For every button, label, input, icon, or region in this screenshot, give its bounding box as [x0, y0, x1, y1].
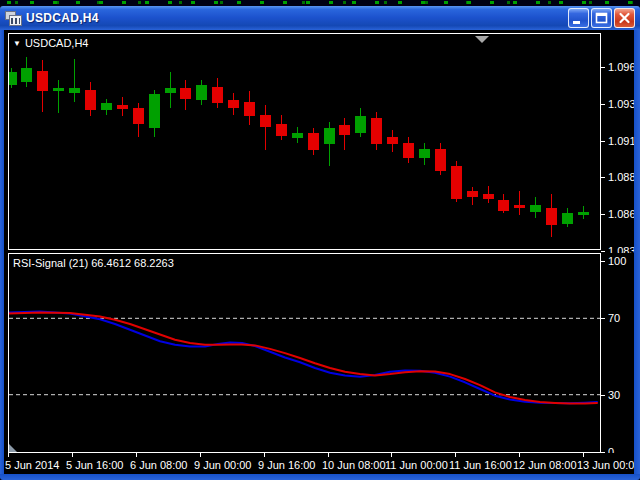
bear-candle [260, 115, 271, 127]
rsi-tick-label: 30 [608, 389, 620, 401]
maximize-icon [592, 9, 611, 27]
price-tick-label: 1.0935 [608, 98, 634, 110]
time-tick [455, 453, 456, 457]
price-tick [601, 177, 605, 178]
bear-candle [403, 143, 414, 158]
time-tick-label: 12 Jun 08:00 [513, 459, 577, 471]
window-title: USDCAD,H4 [26, 11, 568, 25]
time-tick-label: 11 Jun 00:00 [385, 459, 448, 471]
bear-candle [387, 137, 398, 144]
time-tick-label: 9 Jun 16:00 [258, 459, 316, 471]
price-tick [601, 104, 605, 105]
time-tick [391, 453, 392, 457]
rsi-scale[interactable]: 10070300 [601, 253, 634, 453]
bull-candle [419, 149, 430, 158]
close-button[interactable] [614, 8, 635, 28]
window: USDCAD,H4 ▼USDCAD,H4 [0, 0, 640, 480]
time-tick [519, 453, 520, 457]
bear-candle [451, 166, 462, 198]
rsi-tick [601, 261, 605, 262]
bear-candle [85, 90, 96, 111]
bull-candle [21, 68, 32, 83]
price-tick [601, 141, 605, 142]
chart-content: ▼USDCAD,H4 1.09601.09351.09101.08851.086… [4, 30, 634, 474]
signal-line [9, 313, 597, 404]
bull-candle [355, 116, 366, 132]
time-tick-label: 11 Jun 16:00 [449, 459, 512, 471]
price-pane[interactable]: ▼USDCAD,H4 [8, 33, 601, 250]
window-frame-bottom [0, 474, 640, 480]
bull-candle [53, 88, 64, 91]
dropdown-arrow-icon: ▼ [13, 39, 21, 48]
bear-candle [37, 71, 48, 92]
rsi-tick-label: 70 [608, 312, 620, 324]
maximize-button[interactable] [591, 8, 612, 28]
time-tick-label: 9 Jun 00:00 [194, 459, 252, 471]
bear-candle [228, 100, 239, 107]
minimize-button[interactable] [568, 8, 589, 28]
bear-candle [244, 102, 255, 117]
chart-shift-marker[interactable] [475, 36, 489, 43]
bear-candle [546, 208, 557, 226]
time-tick-label: 10 Jun 08:00 [322, 459, 386, 471]
price-scale[interactable]: 1.09601.09351.09101.08851.08601.0835 [601, 33, 634, 250]
chart-icon[interactable] [5, 11, 22, 26]
time-tick [264, 453, 265, 457]
bear-candle [339, 125, 350, 135]
scroll-corner-marker [9, 444, 17, 452]
bear-candle [180, 88, 191, 98]
rsi-pane[interactable]: RSI-Signal (21) 66.4612 68.2263 [8, 253, 601, 453]
window-frame-right [634, 30, 640, 474]
bull-candle [9, 72, 17, 85]
time-tick-label: 13 Jun 00:00 [577, 459, 634, 471]
time-tick-label: 6 Jun 08:00 [130, 459, 188, 471]
bear-candle [498, 200, 509, 210]
price-tick [601, 251, 605, 252]
bear-candle [276, 124, 287, 136]
bear-candle [117, 105, 128, 109]
bull-candle [530, 205, 541, 212]
bull-candle [196, 85, 207, 100]
bear-candle [435, 149, 446, 171]
indicator-label: RSI-Signal (21) 66.4612 68.2263 [13, 257, 174, 269]
bull-candle [578, 212, 589, 215]
bear-candle [514, 205, 525, 208]
bear-candle [308, 133, 319, 151]
price-tick-label: 1.0885 [608, 171, 634, 183]
rsi-tick-label: 100 [608, 255, 626, 267]
bear-candle [467, 191, 478, 197]
titlebar[interactable]: USDCAD,H4 [0, 6, 640, 30]
bear-candle [133, 108, 144, 124]
time-tick [136, 453, 137, 457]
bear-candle [483, 194, 494, 198]
bear-candle [371, 118, 382, 145]
time-tick [583, 453, 584, 457]
bull-candle [165, 88, 176, 92]
minimize-icon [569, 9, 588, 27]
price-tick-label: 1.0860 [608, 208, 634, 220]
time-axis[interactable]: 5 Jun 20145 Jun 16:006 Jun 08:009 Jun 00… [4, 453, 634, 474]
bull-candle [149, 94, 160, 128]
price-tick-label: 1.0960 [608, 61, 634, 73]
rsi-chart [9, 254, 600, 452]
time-tick [72, 453, 73, 457]
time-tick [200, 453, 201, 457]
candlestick-chart [9, 34, 600, 249]
close-icon [615, 9, 634, 27]
bull-candle [292, 133, 303, 139]
bull-candle [562, 213, 573, 223]
rsi-line [9, 312, 597, 404]
rsi-tick [601, 318, 605, 319]
bull-candle [101, 103, 112, 110]
symbol-label: ▼USDCAD,H4 [13, 37, 89, 49]
bull-candle [69, 88, 80, 92]
time-tick-label: 5 Jun 16:00 [66, 459, 124, 471]
price-tick [601, 214, 605, 215]
price-tick-label: 1.0910 [608, 135, 634, 147]
window-controls [568, 8, 635, 28]
time-tick-label: 5 Jun 2014 [5, 459, 59, 471]
bear-candle [212, 87, 223, 103]
time-tick [8, 453, 9, 457]
bull-candle [324, 128, 335, 144]
price-tick [601, 67, 605, 68]
